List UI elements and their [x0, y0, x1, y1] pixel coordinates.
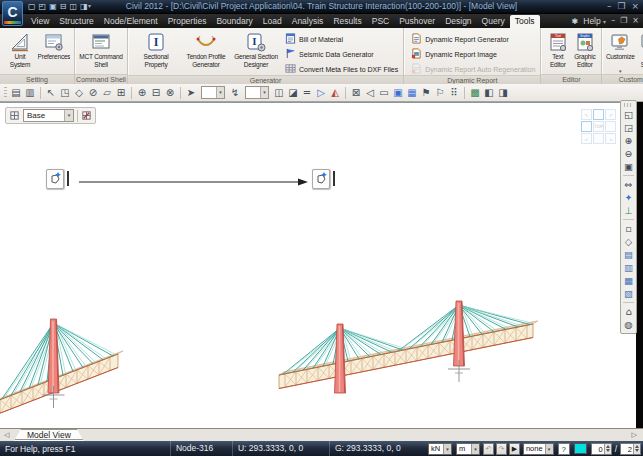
named-plane-icon[interactable]: [81, 107, 92, 125]
seismic-data-generator-button[interactable]: Seismic Data Generator: [285, 48, 398, 60]
works-tree-icon[interactable]: ▤: [9, 85, 23, 101]
grid-dots-icon[interactable]: ⠿: [447, 85, 461, 101]
tab-tools[interactable]: Tools: [510, 15, 540, 28]
pan-left-view-icon[interactable]: ◁: [363, 85, 377, 101]
view-cube-cell[interactable]: ↖: [581, 109, 592, 120]
zoom-fit-icon[interactable]: ▣: [624, 160, 633, 173]
tab-design[interactable]: Design: [440, 15, 476, 28]
sectional-property-calculator-button[interactable]: ISectional Property Calculator: [131, 30, 181, 70]
select-window-icon[interactable]: ◳: [58, 85, 72, 101]
shrink-elements-icon[interactable]: ▫: [625, 222, 631, 235]
mct-command-shell-button[interactable]: MCT Command Shell: [78, 30, 124, 70]
active-window-icon[interactable]: ▣: [391, 85, 405, 101]
force-unit-combo[interactable]: kN ▾: [428, 443, 452, 455]
view-cube-cell[interactable]: ↗: [605, 109, 616, 120]
view-cube-cell[interactable]: [593, 133, 604, 144]
render-wireframe-icon[interactable]: ▦: [624, 274, 633, 287]
dynamic-report-image-button[interactable]: Dynamic Report Image: [411, 48, 535, 60]
tab-model-view[interactable]: Model View: [14, 429, 84, 441]
tab-load[interactable]: Load: [258, 15, 287, 28]
zoom-box-mode-icon[interactable]: ⊠: [349, 85, 363, 101]
zoom-in-icon[interactable]: ⊕: [625, 134, 633, 147]
graphic-editor-button[interactable]: GraphicGraphic Editor: [571, 30, 598, 70]
ucs-plane-combo[interactable]: Base ▾: [23, 109, 74, 122]
node-snap-icon[interactable]: ✦: [625, 191, 633, 204]
activation-combo[interactable]: ▾: [245, 86, 269, 99]
pan-dynamic-icon[interactable]: ⇔: [625, 178, 633, 191]
color-swatch[interactable]: [574, 443, 587, 454]
close-button[interactable]: ×: [631, 0, 639, 13]
perspective-view-icon[interactable]: ◇: [625, 235, 632, 248]
spinner-arrows[interactable]: [633, 444, 640, 454]
previous-view-selection-icon[interactable]: ◪: [286, 85, 300, 101]
tab-properties[interactable]: Properties: [163, 15, 212, 28]
select-polygon-icon[interactable]: ◇: [72, 85, 86, 101]
query-help-button[interactable]: ?: [558, 443, 570, 455]
named-selection-icon[interactable]: ◫: [272, 85, 286, 101]
display-toggle-icon[interactable]: =: [300, 85, 314, 101]
minimize-button[interactable]: –: [607, 0, 612, 13]
render-solid-icon[interactable]: ▧: [624, 287, 633, 300]
select-intersect-icon[interactable]: ⊘: [86, 85, 100, 101]
restore-button[interactable]: ❐: [617, 0, 625, 13]
view-cube-cell[interactable]: ↙: [581, 133, 592, 144]
length-unit-combo[interactable]: m ▾: [456, 443, 480, 455]
query-element-flag-icon[interactable]: ⚐: [433, 85, 447, 101]
task-pane-icon[interactable]: ▥: [23, 85, 37, 101]
capture-view-icon[interactable]: ◭: [328, 85, 342, 101]
unselect-window-icon[interactable]: ⊟: [149, 85, 163, 101]
second-spinner[interactable]: 2: [620, 443, 641, 455]
toolbar-grip[interactable]: [624, 103, 633, 107]
selection-filter-combo[interactable]: ▾: [201, 86, 225, 99]
zoom-dynamic-icon[interactable]: ◲: [624, 121, 633, 134]
toolbar-grip[interactable]: [4, 87, 7, 99]
play-button[interactable]: ▶: [509, 443, 520, 455]
saved-view-icon[interactable]: ◍: [624, 318, 632, 331]
view-cube-cell[interactable]: ↘: [605, 133, 616, 144]
render-shade-icon[interactable]: ▤: [624, 248, 633, 261]
tab-results[interactable]: Results: [328, 15, 366, 28]
bill-of-material-button[interactable]: Bill of Material: [285, 33, 398, 45]
render-hidden-icon[interactable]: ▥: [624, 261, 633, 274]
tab-pushover[interactable]: Pushover: [394, 15, 440, 28]
tab-view[interactable]: View: [26, 15, 54, 28]
ucs-grid-icon[interactable]: [9, 107, 20, 125]
display-mode-combo[interactable]: none ▾: [523, 443, 554, 455]
general-section-designer-button[interactable]: IGeneral Section Designer: [231, 30, 281, 70]
tab-scroll-left-icon[interactable]: ◁: [4, 431, 9, 439]
customize-button[interactable]: Customize▾: [605, 30, 635, 74]
tab-structure[interactable]: Structure: [54, 15, 99, 28]
spinner-arrows[interactable]: [604, 444, 611, 454]
redo-view-button[interactable]: ↷: [496, 443, 507, 455]
view-cube-cell[interactable]: [593, 109, 604, 120]
first-spinner[interactable]: 0: [591, 443, 612, 455]
zoom-window-icon[interactable]: ◱: [624, 108, 633, 121]
gear-icon[interactable]: ✱: [572, 17, 579, 26]
new-window-icon[interactable]: ▭: [377, 85, 391, 101]
child-close-button[interactable]: ×: [632, 15, 639, 27]
walk-through-icon[interactable]: ⌂: [625, 305, 631, 318]
render-options-icon[interactable]: ▩: [468, 85, 482, 101]
help-menu[interactable]: Help ▾: [583, 16, 606, 26]
lock-all-icon[interactable]: ◨: [496, 85, 510, 101]
tab-scroll-right-icon[interactable]: ▷: [632, 431, 637, 439]
tab-node-element[interactable]: Node/Element: [99, 15, 163, 28]
select-all-icon[interactable]: ⊕: [135, 85, 149, 101]
axis-iso-view-icon[interactable]: ⊥: [624, 204, 632, 217]
full-screen-button[interactable]: Full Screen: [635, 30, 643, 70]
child-minimize-button[interactable]: –: [611, 15, 615, 27]
select-volume-icon[interactable]: ⊞: [114, 85, 128, 101]
dynamic-report-generator-button[interactable]: Dynamic Report Generator: [411, 33, 535, 45]
query-node-flag-icon[interactable]: ⚑: [419, 85, 433, 101]
view-cube-cell[interactable]: [605, 121, 616, 132]
tab-boundary[interactable]: Boundary: [211, 15, 257, 28]
run-animation-icon[interactable]: ▷: [314, 85, 328, 101]
inactive-window-icon[interactable]: ▦: [405, 85, 419, 101]
select-recent-icon[interactable]: ↯: [228, 85, 242, 101]
pointer-mode-icon[interactable]: ➤: [184, 85, 198, 101]
model-view-canvas[interactable]: Base ▾ ↖↗TOP↙↘: [0, 102, 636, 428]
zoom-out-icon[interactable]: ⊖: [625, 147, 633, 160]
preferences-button[interactable]: Preferences: [37, 30, 71, 70]
tab-analysis[interactable]: Analysis: [287, 15, 329, 28]
convert-meta-files-button[interactable]: Convert Meta Files to DXF Files: [285, 63, 398, 75]
